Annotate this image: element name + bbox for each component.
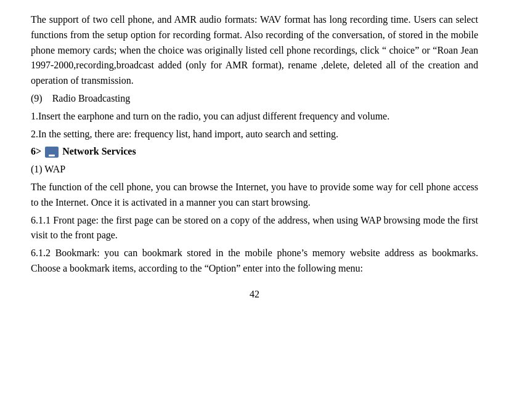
paragraph-1: The support of two cell phone, and AMR a… <box>31 12 478 89</box>
front-page-text: 6.1.1 Front page: the first page can be … <box>31 215 478 241</box>
bookmark-text: 6.1.2 Bookmark: you can bookmark stored … <box>31 248 478 273</box>
paragraph-3-text: 1.Insert the earphone and turn on the ra… <box>31 111 389 121</box>
main-content: The support of two cell phone, and AMR a… <box>31 12 478 277</box>
network-icon <box>45 147 59 158</box>
network-services-label: Network Services <box>62 144 136 160</box>
paragraph-4-text: 2.In the setting, there are: frequency l… <box>31 129 338 139</box>
paragraph-wap-description: The function of the cell phone, you can … <box>31 180 478 211</box>
paragraph-4: 2.In the setting, there are: frequency l… <box>31 127 478 142</box>
paragraph-radio-broadcasting: (9) Radio Broadcasting <box>31 91 478 107</box>
network-services-heading: 6> Network Services <box>31 144 478 160</box>
paragraph-wap-heading: (1) WAP <box>31 162 478 177</box>
paragraph-front-page: 6.1.1 Front page: the first page can be … <box>31 213 478 244</box>
wap-description-text: The function of the cell phone, you can … <box>31 182 478 208</box>
paragraph-3: 1.Insert the earphone and turn on the ra… <box>31 109 478 124</box>
radio-broadcasting-text: (9) Radio Broadcasting <box>31 93 130 103</box>
paragraph-1-text: The support of two cell phone, and AMR a… <box>31 14 478 86</box>
paragraph-bookmark: 6.1.2 Bookmark: you can bookmark stored … <box>31 246 478 277</box>
wap-heading-text: (1) WAP <box>31 164 65 174</box>
network-services-prefix: 6> <box>31 144 41 160</box>
page-number: 42 <box>31 289 478 300</box>
